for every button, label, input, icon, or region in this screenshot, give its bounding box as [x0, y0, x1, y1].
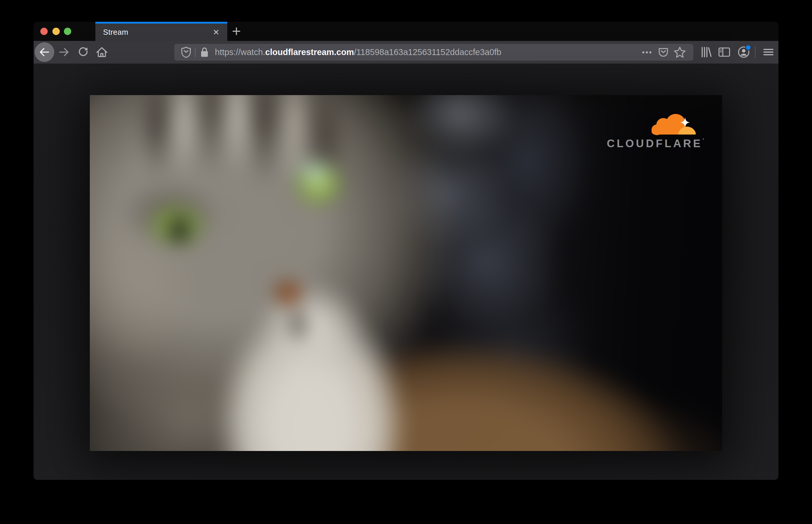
lock-icon[interactable]: [198, 46, 211, 59]
tab-title: Stream: [103, 28, 128, 37]
page-actions-button[interactable]: [638, 46, 655, 59]
cloudflare-wordmark-text: CLOUDFLARE: [607, 137, 702, 150]
shield-glyph: [181, 47, 191, 58]
library-icon: [700, 46, 713, 59]
home-button[interactable]: [95, 46, 108, 59]
url-host: cloudflarestream.com: [265, 47, 354, 57]
pocket-icon: [658, 47, 669, 58]
screen: Stream ✕ +: [0, 0, 812, 524]
browser-window: Stream ✕ +: [34, 22, 778, 480]
url-bar-separator: [195, 47, 195, 58]
account-button[interactable]: [735, 44, 752, 60]
menu-button[interactable]: [760, 44, 777, 60]
cloudflare-cloud-icon: [642, 112, 700, 136]
bookmark-star-button[interactable]: [671, 46, 688, 59]
macos-zoom-button[interactable]: [64, 28, 71, 35]
url-path: /118598a163a125631152ddaccfe3a0fb: [354, 47, 501, 57]
pocket-button[interactable]: [655, 46, 671, 59]
account-notification-dot: [745, 45, 751, 51]
cloudflare-logo: CLOUDFLARE’: [607, 112, 704, 150]
reload-button[interactable]: [78, 46, 89, 58]
url-bar[interactable]: https://watch.cloudflarestream.com/11859…: [174, 44, 693, 61]
titlebar: Stream ✕ +: [34, 22, 778, 41]
forward-arrow-icon: [58, 46, 70, 58]
back-button[interactable]: [35, 43, 54, 62]
reload-icon: [78, 46, 89, 58]
tracking-protection-shield-icon[interactable]: [180, 46, 193, 59]
navigation-toolbar: https://watch.cloudflarestream.com/11859…: [34, 41, 778, 64]
toolbar-separator: [755, 46, 756, 58]
lock-glyph: [200, 47, 209, 58]
star-icon: [673, 46, 686, 59]
macos-minimize-button[interactable]: [52, 28, 60, 35]
home-icon: [95, 46, 108, 59]
cloudflare-wordmark: CLOUDFLARE’: [607, 137, 704, 150]
sidebar-button[interactable]: [716, 44, 732, 60]
url-text: https://watch.cloudflarestream.com/11859…: [215, 47, 501, 57]
sidebar-icon: [718, 46, 731, 59]
new-tab-button[interactable]: +: [229, 23, 243, 39]
hamburger-menu-icon: [763, 46, 774, 58]
video-player[interactable]: CLOUDFLARE’: [90, 95, 722, 451]
library-button[interactable]: [698, 44, 714, 60]
cloudflare-trademark-tick: ’: [702, 137, 706, 143]
page-content: CLOUDFLARE’: [34, 64, 778, 480]
forward-button[interactable]: [58, 46, 70, 58]
url-prefix: https://watch.: [215, 47, 265, 57]
ellipsis-icon: [642, 51, 652, 54]
tab-close-button[interactable]: ✕: [210, 27, 222, 38]
macos-close-button[interactable]: [40, 28, 48, 35]
back-arrow-icon: [38, 46, 50, 58]
tab-stream[interactable]: Stream ✕: [95, 22, 227, 41]
